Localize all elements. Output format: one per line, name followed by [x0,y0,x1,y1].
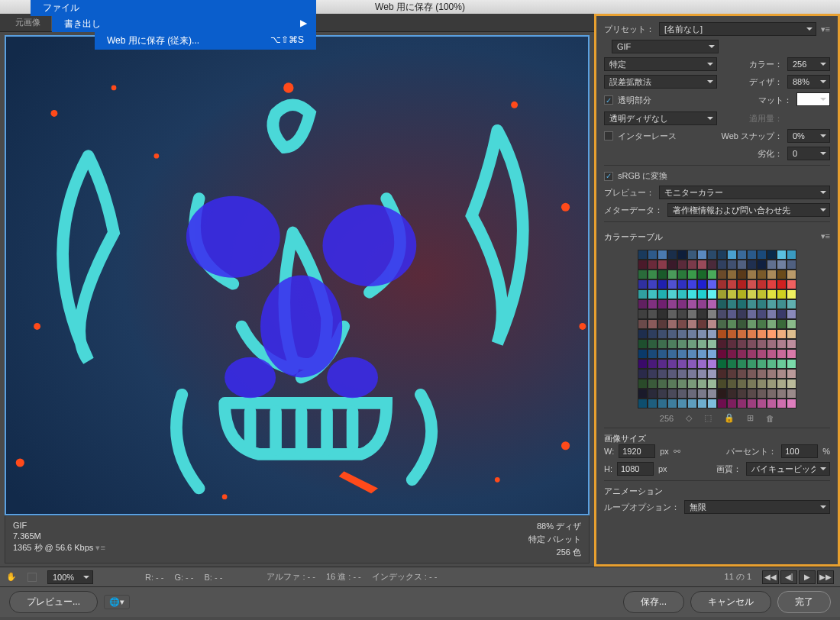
color-swatch[interactable] [737,260,747,270]
color-swatch[interactable] [638,389,648,399]
color-swatch[interactable] [667,299,677,309]
color-swatch[interactable] [757,369,767,379]
color-swatch[interactable] [747,279,757,289]
color-swatch[interactable] [667,289,677,299]
preset-select[interactable]: [名前なし] [659,22,816,36]
color-swatch[interactable] [727,299,737,309]
color-swatch[interactable] [767,349,777,359]
color-swatch[interactable] [707,369,717,379]
color-swatch[interactable] [787,399,796,408]
width-input[interactable] [619,444,655,458]
color-swatch[interactable] [757,289,767,299]
color-swatch[interactable] [657,329,667,339]
color-swatch[interactable] [737,250,747,260]
color-swatch[interactable] [777,329,787,339]
color-swatch[interactable] [648,339,657,349]
color-swatch[interactable] [757,399,767,408]
color-swatch[interactable] [667,270,677,279]
color-swatch[interactable] [757,379,767,389]
color-swatch[interactable] [677,319,687,329]
color-swatch[interactable] [717,349,727,359]
color-swatch[interactable] [687,389,697,399]
color-swatch[interactable] [737,279,747,289]
color-swatch[interactable] [747,309,757,319]
color-swatch[interactable] [638,339,648,349]
color-swatch[interactable] [767,359,777,369]
color-swatch[interactable] [657,309,667,319]
color-swatch[interactable] [657,260,667,270]
color-swatch[interactable] [707,260,717,270]
color-swatch[interactable] [767,279,777,289]
color-swatch[interactable] [777,250,787,260]
height-input[interactable] [617,462,654,476]
color-swatch[interactable] [727,379,737,389]
color-swatch[interactable] [777,299,787,309]
reduction-select[interactable]: 特定 [604,57,717,71]
color-swatch[interactable] [677,270,687,279]
color-table[interactable] [638,250,796,408]
color-swatch[interactable] [697,349,707,359]
color-swatch[interactable] [707,359,717,369]
frame-prev-button[interactable]: ◀| [780,570,797,584]
color-swatch[interactable] [757,279,767,289]
color-swatch[interactable] [757,349,767,359]
color-swatch[interactable] [677,289,687,299]
color-swatch[interactable] [657,289,667,299]
color-swatch[interactable] [747,339,757,349]
color-swatch[interactable] [687,349,697,359]
color-swatch[interactable] [757,319,767,329]
color-swatch[interactable] [757,270,767,279]
menu-save-for-web[interactable]: Web 用に保存 (従来)... ⌥⇧⌘S [95,32,316,50]
ct-lock-icon[interactable]: 🔒 [724,413,735,423]
color-swatch[interactable] [687,379,697,389]
dither-value-select[interactable]: 88% [787,75,830,89]
srgb-checkbox[interactable] [604,172,613,181]
flyout-icon[interactable]: ▾≡ [95,543,105,552]
color-swatch[interactable] [667,379,677,389]
color-swatch[interactable] [697,309,707,319]
color-swatch[interactable] [737,270,747,279]
quality-select[interactable]: バイキュービック法 [746,462,830,476]
color-swatch[interactable] [667,339,677,349]
frame-last-button[interactable]: ▶▶ [817,570,834,584]
color-swatch[interactable] [697,279,707,289]
color-swatch[interactable] [657,389,667,399]
color-swatch[interactable] [717,329,727,339]
color-swatch[interactable] [737,319,747,329]
color-swatch[interactable] [787,260,796,270]
color-swatch[interactable] [648,319,657,329]
color-swatch[interactable] [677,369,687,379]
color-swatch[interactable] [737,359,747,369]
color-swatch[interactable] [747,319,757,329]
color-swatch[interactable] [648,369,657,379]
color-swatch[interactable] [727,349,737,359]
color-swatch[interactable] [697,399,707,408]
color-swatch[interactable] [727,279,737,289]
color-swatch[interactable] [657,349,667,359]
color-swatch[interactable] [697,319,707,329]
color-swatch[interactable] [787,329,796,339]
color-swatch[interactable] [638,250,648,260]
color-swatch[interactable] [657,319,667,329]
save-button[interactable]: 保存... [623,591,684,613]
percent-input[interactable] [781,444,818,458]
color-swatch[interactable] [717,309,727,319]
color-swatch[interactable] [657,359,667,369]
color-swatch[interactable] [638,279,648,289]
color-swatch[interactable] [687,270,697,279]
color-swatch[interactable] [657,299,667,309]
preview-select[interactable]: モニターカラー [659,186,830,199]
transparency-checkbox[interactable] [604,95,613,105]
color-swatch[interactable] [638,369,648,379]
color-swatch[interactable] [697,329,707,339]
color-swatch[interactable] [638,319,648,329]
color-swatch[interactable] [677,339,687,349]
color-swatch[interactable] [687,329,697,339]
color-swatch[interactable] [767,399,777,408]
color-swatch[interactable] [787,339,796,349]
color-swatch[interactable] [697,339,707,349]
color-swatch[interactable] [697,299,707,309]
color-swatch[interactable] [677,250,687,260]
color-swatch[interactable] [717,359,727,369]
color-swatch[interactable] [717,369,727,379]
